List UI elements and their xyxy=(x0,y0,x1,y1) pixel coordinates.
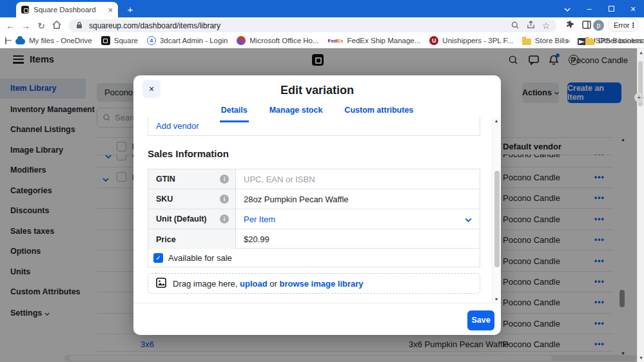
image-icon xyxy=(156,278,166,290)
available-for-sale-row: ✓ Available for sale xyxy=(148,249,480,267)
lock-icon xyxy=(73,21,85,31)
browser-menu-icon[interactable]: ⋮ xyxy=(629,21,636,30)
info-icon[interactable]: i xyxy=(220,214,229,224)
info-icon[interactable]: i xyxy=(220,175,229,184)
square-icon xyxy=(101,36,110,45)
sku-input[interactable]: 28oz Pumpkin Pecan Waffle xyxy=(244,195,349,204)
favicon-square-icon xyxy=(21,6,29,14)
modal-scroll-up-icon[interactable]: ▲ xyxy=(493,119,500,123)
browser-titlebar: Square Dashboard × + – × xyxy=(0,0,644,17)
drag-image-text: Drag image here, xyxy=(173,279,237,289)
browser-toolbar: ← → ↻ squareup.com/dashboard/items/libra… xyxy=(0,17,644,33)
add-column-button[interactable]: + xyxy=(634,93,644,102)
close-window-button[interactable]: × xyxy=(622,4,644,14)
info-icon[interactable]: i xyxy=(220,195,229,204)
minimize-button[interactable]: – xyxy=(578,5,600,14)
bookmark-office[interactable]: Microsoft Office Ho... xyxy=(237,36,318,45)
window-menu-chevron-icon[interactable] xyxy=(556,5,578,14)
bookmark-fedex[interactable]: FedExFedEx Ship Manage... xyxy=(328,37,421,44)
url-text: squareup.com/dashboard/items/library xyxy=(89,21,505,30)
unit-label: Unit (Default) xyxy=(156,214,206,224)
onedrive-icon xyxy=(15,39,25,44)
extensions-puzzle-icon[interactable] xyxy=(563,20,578,31)
other-bookmarks-folder[interactable]: Other bookmarks xyxy=(585,37,644,45)
maximize-button[interactable] xyxy=(600,5,622,14)
browser-tab[interactable]: Square Dashboard × xyxy=(16,2,118,17)
bookmark-store-bills[interactable]: Store Bills xyxy=(522,37,569,45)
home-button[interactable] xyxy=(49,21,64,31)
bookmark-3dcart[interactable]: 43dcart Admin - Login xyxy=(147,36,228,45)
gtin-input[interactable]: UPC, EAN or ISBN xyxy=(244,175,315,184)
or-text: or xyxy=(269,279,277,289)
chevron-down-icon xyxy=(465,214,472,224)
price-label: Price xyxy=(156,235,176,244)
price-input[interactable]: $20.99 xyxy=(244,234,269,244)
upload-link[interactable]: upload xyxy=(240,279,268,289)
bookmarks-bar: My files - OneDrive Square 43dcart Admin… xyxy=(0,33,644,48)
fedex-icon: FedEx xyxy=(328,38,344,44)
folder-icon xyxy=(585,39,594,45)
folder-icon xyxy=(522,39,531,45)
modal-scroll-down-icon[interactable]: ▼ xyxy=(493,297,500,301)
modal-footer: Save xyxy=(133,303,501,335)
sales-information-heading: Sales Information xyxy=(148,148,229,159)
bookmark-star-icon[interactable]: ☆ xyxy=(540,21,552,31)
side-panel-icon[interactable] xyxy=(579,21,594,31)
modal-scrollbar-thumb[interactable] xyxy=(494,171,500,267)
office-icon xyxy=(237,36,246,45)
edit-variation-modal: × Edit variation Details Manage stock Cu… xyxy=(133,75,501,335)
new-tab-button[interactable]: + xyxy=(123,3,137,17)
browse-image-library-link[interactable]: browse image library xyxy=(280,279,364,289)
globe-icon[interactable] xyxy=(5,37,6,45)
3dcart-icon: 4 xyxy=(147,36,156,45)
page-scroll-up-icon[interactable]: ▲ xyxy=(638,50,644,55)
available-label: Available for sale xyxy=(168,253,232,263)
bookmark-onedrive[interactable]: My files - OneDrive xyxy=(15,37,92,44)
tab-title: Square Dashboard xyxy=(34,6,103,14)
sku-label: SKU xyxy=(156,195,173,204)
zoom-icon[interactable] xyxy=(509,21,521,32)
modal-content: Add vendor Sales Information GTINi UPC, … xyxy=(148,117,480,303)
unit-select[interactable]: Per Item xyxy=(236,209,480,229)
modal-title: Edit variation xyxy=(133,84,501,97)
unit-row: Unit (Default)i Per Item xyxy=(148,209,480,229)
add-vendor-link[interactable]: Add vendor xyxy=(148,117,480,136)
square-dashboard-page: Items ? Pocono Candle Item Library Inven… xyxy=(0,48,637,362)
bookmarks-overflow-icon[interactable]: » xyxy=(566,37,570,44)
profile-avatar[interactable]: p xyxy=(593,20,604,31)
error-button[interactable]: Error ⋮ xyxy=(608,19,639,32)
bookmark-unishippers[interactable]: UUnishippers - 3PL F... xyxy=(429,36,513,45)
share-icon[interactable] xyxy=(525,21,536,31)
address-bar[interactable]: squareup.com/dashboard/items/library ☆ xyxy=(68,19,557,32)
sku-row: SKUi 28oz Pumpkin Pecan Waffle xyxy=(148,189,480,209)
back-button[interactable]: ← xyxy=(3,21,18,31)
modal-scrollbar[interactable]: ▲ ▼ xyxy=(492,117,500,303)
error-label: Error xyxy=(614,21,629,29)
save-button[interactable]: Save xyxy=(467,310,494,330)
unishippers-icon: U xyxy=(429,36,438,45)
image-drop-zone[interactable]: Drag image here, upload or browse image … xyxy=(148,273,480,294)
page-scroll-down-icon[interactable]: ▼ xyxy=(638,356,644,360)
available-checkbox[interactable]: ✓ xyxy=(153,253,163,263)
price-row: Price $20.99 xyxy=(148,229,480,249)
forward-button[interactable]: → xyxy=(18,21,34,31)
gtin-label: GTIN xyxy=(156,175,175,184)
bookmark-square[interactable]: Square xyxy=(101,36,138,45)
reload-button[interactable]: ↻ xyxy=(34,21,49,31)
tab-close-icon[interactable]: × xyxy=(108,5,113,15)
gtin-row: GTINi UPC, EAN or ISBN xyxy=(148,169,480,189)
bookmarks-divider: | xyxy=(576,37,578,44)
sales-fields-table: GTINi UPC, EAN or ISBN SKUi 28oz Pumpkin… xyxy=(148,169,480,249)
